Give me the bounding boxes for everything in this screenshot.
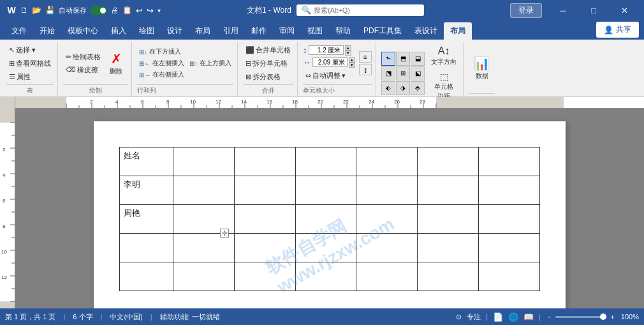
maximize-button[interactable]: □ [579,0,608,20]
align-midleft-btn[interactable]: ⬔ [381,66,395,80]
table-cell[interactable]: 李明 [120,176,173,205]
align-botright-btn[interactable]: ⬘ [411,81,425,95]
align-midright-btn[interactable]: ⬕ [411,66,425,80]
select-button[interactable]: ↖ 选择 ▾ [6,44,54,56]
focus-mode-icon[interactable]: ⊙ [456,313,462,321]
table-cell[interactable] [173,176,234,205]
table-cell[interactable] [418,234,479,262]
tab-review[interactable]: 审阅 [273,22,301,40]
word-table[interactable]: 姓名李明周艳 [119,147,540,291]
insert-right-button[interactable]: ⊞→ 在右侧插入 [137,70,186,80]
table-cell[interactable] [295,176,356,205]
align-botcenter-btn[interactable]: ⬗ [396,81,410,95]
align-topright-btn[interactable]: ⬓ [411,52,425,66]
zoom-out-btn[interactable]: － [546,312,553,322]
table-cell[interactable] [356,147,418,176]
tab-view[interactable]: 视图 [301,22,329,40]
table-row[interactable]: 李明 [120,176,540,205]
height-spinner[interactable]: ▴ ▾ [345,45,351,56]
table-row[interactable]: 姓名 [120,147,540,176]
save-icon[interactable]: 💾 [45,6,55,15]
height-up-btn[interactable]: ▴ [345,45,351,50]
table-cell[interactable] [295,234,356,262]
tab-home[interactable]: 开始 [33,22,61,40]
table-cell[interactable] [479,262,540,291]
table-cell[interactable] [356,262,418,291]
width-up-btn[interactable]: ▴ [349,57,355,63]
cell-width-input[interactable] [312,57,348,67]
table-cell[interactable] [234,205,295,234]
table-cell[interactable] [418,262,479,291]
table-cell[interactable] [234,176,295,205]
table-row[interactable] [120,234,540,262]
tab-template[interactable]: 模板中心 [61,22,105,40]
table-cell[interactable] [418,147,479,176]
draw-table-button[interactable]: ✏ 绘制表格 [63,51,103,63]
tab-pdf[interactable]: PDF工具集 [357,22,408,40]
table-cell[interactable] [234,262,295,291]
zoom-in-btn[interactable]: ＋ [609,312,616,322]
table-cell[interactable] [418,205,479,234]
table-cell[interactable]: 周艳 [120,205,173,234]
tab-draw[interactable]: 绘图 [133,22,161,40]
table-row[interactable] [120,262,540,291]
insert-below-button[interactable]: ⊞↓ 在下方插入 [137,47,186,57]
delete-button[interactable]: ✗ 删除 [105,49,128,79]
height-down-btn[interactable]: ▾ [345,50,351,56]
table-cell[interactable] [295,262,356,291]
table-cell[interactable] [295,147,356,176]
table-row[interactable]: 周艳 [120,205,540,234]
table-cell[interactable] [173,262,234,291]
table-cell[interactable] [356,176,418,205]
tab-design[interactable]: 设计 [161,22,189,40]
minimize-button[interactable]: ─ [548,0,578,20]
table-cell[interactable] [234,234,295,262]
table-cell[interactable] [479,176,540,205]
view-read-icon[interactable]: 📖 [523,312,534,322]
open-icon[interactable]: 📂 [32,6,41,15]
print-icon[interactable]: 🖨 [111,6,119,15]
data-button[interactable]: 📊 数据 [469,52,495,84]
redo-icon[interactable]: ↪ [147,6,154,15]
table-cell[interactable] [356,205,418,234]
tab-references[interactable]: 引用 [217,22,245,40]
table-cell[interactable] [356,234,418,262]
properties-button[interactable]: ☰ 属性 [6,71,54,83]
zoom-thumb[interactable] [600,314,606,320]
document-page[interactable]: 软件自学网www.rjzxw.com ✛ 姓名李明周艳 [94,121,566,308]
merge-cells-button[interactable]: ⬛ 合并单元格 [243,44,293,56]
width-spinner[interactable]: ▴ ▾ [349,57,355,68]
table-cell[interactable] [173,147,234,176]
table-cell[interactable] [479,234,540,262]
search-input[interactable] [314,6,403,14]
insert-left-button[interactable]: ⊞← 在左侧插入 [137,58,186,68]
table-cell[interactable] [173,234,234,262]
table-cell[interactable] [234,147,295,176]
view-web-icon[interactable]: 🌐 [508,312,518,322]
search-box[interactable]: 🔍 [296,4,424,16]
tab-insert[interactable]: 插入 [105,22,133,40]
table-cell[interactable] [120,234,173,262]
tab-file[interactable]: 文件 [5,22,33,40]
tab-help[interactable]: 帮助 [329,22,357,40]
login-button[interactable]: 登录 [510,3,542,18]
table-cell[interactable] [479,205,540,234]
auto-adjust-button[interactable]: ⇔ 自动调整 ▾ [303,70,355,82]
table-cell[interactable] [120,262,173,291]
table-cell[interactable] [418,176,479,205]
view-print-icon[interactable]: 📄 [493,312,503,322]
tab-tablelayout[interactable]: 布局 [444,22,472,40]
split-cells-button[interactable]: ⊟ 拆分单元格 [243,57,293,70]
align-topcenter-btn[interactable]: ⬒ [396,52,410,66]
table-cell[interactable]: 姓名 [120,147,173,176]
cell-height-input[interactable] [309,45,344,55]
view-grid-button[interactable]: ⊞ 查看网格线 [6,57,54,70]
table-cell[interactable] [479,147,540,176]
zoom-slider[interactable]: － ＋ [546,312,616,322]
new-icon[interactable]: 🗋 [20,6,28,15]
insert-above-button[interactable]: ⊞↑ 在上方插入 [187,58,233,68]
eraser-button[interactable]: ⌫ 橡皮擦 [63,64,103,76]
text-direction-button[interactable]: A↕ 文字方向 [428,43,459,68]
table-move-handle[interactable]: ✛ [220,229,229,238]
align-midcenter-btn[interactable]: ⊞ [396,66,410,80]
